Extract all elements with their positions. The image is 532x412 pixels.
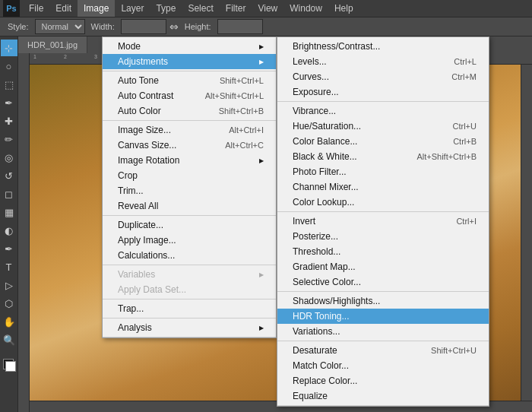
width-input[interactable] xyxy=(121,19,166,34)
adj-color-balance[interactable]: Color Balance... Ctrl+B xyxy=(277,134,489,149)
main-area: ⊹ ○ ⬚ ✒ ✚ ✏ ◎ ↺ ◻ ▦ ◐ ✒ T ▷ ⬡ ✋ 🔍 HDR_00… xyxy=(0,36,532,412)
image-menu-mode[interactable]: Mode xyxy=(103,39,276,54)
height-label: Height: xyxy=(182,22,214,31)
menu-filter[interactable]: Filter xyxy=(220,0,252,17)
adjustments-menu: Brightness/Contrast... Levels... Ctrl+L … xyxy=(277,36,489,407)
menu-edit[interactable]: Edit xyxy=(49,0,78,17)
tool-heal[interactable]: ✚ xyxy=(1,113,17,129)
adj-menu-section-4: Shadows/Highlights... HDR Toning... Vari… xyxy=(277,292,489,341)
tool-zoom[interactable]: 🔍 xyxy=(1,331,17,348)
adj-hue-saturation[interactable]: Hue/Saturation... Ctrl+U xyxy=(277,119,489,134)
tool-text[interactable]: T xyxy=(1,258,17,275)
adj-variations[interactable]: Variations... xyxy=(277,324,489,339)
image-menu-auto-color[interactable]: Auto Color Shift+Ctrl+B xyxy=(103,103,276,119)
adj-black-white[interactable]: Black & White... Alt+Shift+Ctrl+B xyxy=(277,149,489,164)
height-input[interactable] xyxy=(217,19,263,34)
menu-bar: Ps File Edit Image Layer Type Select Fil… xyxy=(0,0,532,17)
tool-path[interactable]: ▷ xyxy=(1,277,17,293)
adj-selective-color[interactable]: Selective Color... xyxy=(277,274,489,290)
image-menu-trap[interactable]: Trap... xyxy=(103,301,276,316)
image-menu-apply-image[interactable]: Apply Image... xyxy=(103,233,276,248)
image-menu-reveal-all[interactable]: Reveal All xyxy=(103,198,276,214)
adj-photo-filter[interactable]: Photo Filter... xyxy=(277,164,489,179)
adj-curves[interactable]: Curves... Ctrl+M xyxy=(277,69,489,84)
adj-desaturate[interactable]: Desaturate Shift+Ctrl+U xyxy=(277,343,489,358)
style-select[interactable]: Normal xyxy=(35,19,85,34)
width-label: Width: xyxy=(88,22,118,31)
image-menu-section-1: Mode Adjustments xyxy=(103,37,276,71)
adj-channel-mixer[interactable]: Channel Mixer... xyxy=(277,179,489,195)
image-menu-duplicate[interactable]: Duplicate... xyxy=(103,217,276,233)
arrow-icon: ⇔ xyxy=(169,21,179,33)
image-menu-section-3: Image Size... Alt+Ctrl+I Canvas Size... … xyxy=(103,121,276,216)
image-menu-auto-tone[interactable]: Auto Tone Shift+Ctrl+L xyxy=(103,73,276,88)
adj-menu-section-3: Invert Ctrl+I Posterize... Threshold... … xyxy=(277,212,489,292)
menu-layer[interactable]: Layer xyxy=(115,0,150,17)
options-bar: Style: Normal Width: ⇔ Height: xyxy=(0,17,532,36)
adj-match-color[interactable]: Match Color... xyxy=(277,358,489,373)
image-menu-section-6: Trap... xyxy=(103,299,276,319)
menu-type[interactable]: Type xyxy=(150,0,182,17)
menu-file[interactable]: File xyxy=(23,0,49,17)
image-menu-auto-contrast[interactable]: Auto Contrast Alt+Shift+Ctrl+L xyxy=(103,88,276,103)
tool-lasso[interactable]: ○ xyxy=(1,58,17,74)
menu-help[interactable]: Help xyxy=(328,0,359,17)
tool-shape[interactable]: ⬡ xyxy=(1,295,17,312)
tool-crop[interactable]: ⬚ xyxy=(1,76,17,93)
adj-invert[interactable]: Invert Ctrl+I xyxy=(277,214,489,229)
tool-eraser[interactable]: ◻ xyxy=(1,185,17,202)
ruler-vertical xyxy=(18,53,30,412)
tool-select[interactable]: ⊹ xyxy=(1,40,17,56)
adj-hdr-toning[interactable]: HDR Toning... xyxy=(277,309,489,324)
tool-dodge[interactable]: ◐ xyxy=(1,222,17,239)
adj-posterize[interactable]: Posterize... xyxy=(277,229,489,244)
image-menu-apply-dataset: Apply Data Set... xyxy=(103,282,276,297)
file-tab[interactable]: HDR_001.jpg xyxy=(18,36,87,53)
image-menu-canvas-size[interactable]: Canvas Size... Alt+Ctrl+C xyxy=(103,138,276,153)
adj-levels[interactable]: Levels... Ctrl+L xyxy=(277,54,489,69)
adj-exposure[interactable]: Exposure... xyxy=(277,84,489,100)
image-menu-adjustments[interactable]: Adjustments xyxy=(103,54,276,69)
image-menu-analysis[interactable]: Analysis xyxy=(103,320,276,335)
menu-window[interactable]: Window xyxy=(283,0,328,17)
image-menu-section-7: Analysis xyxy=(103,319,276,338)
adj-threshold[interactable]: Threshold... xyxy=(277,244,489,259)
tool-pen[interactable]: ✒ xyxy=(1,240,17,257)
adj-menu-section-1: Brightness/Contrast... Levels... Ctrl+L … xyxy=(277,37,489,102)
menu-view[interactable]: View xyxy=(252,0,283,17)
tool-hand[interactable]: ✋ xyxy=(1,313,17,330)
foreground-color[interactable] xyxy=(2,357,17,372)
tool-eyedrop[interactable]: ✒ xyxy=(1,94,17,111)
image-menu: Mode Adjustments Auto Tone Shift+Ctrl+L … xyxy=(102,36,277,338)
style-label: Style: xyxy=(5,22,32,31)
adj-menu-section-2: Vibrance... Hue/Saturation... Ctrl+U Col… xyxy=(277,102,489,212)
image-menu-crop[interactable]: Crop xyxy=(103,168,276,183)
menu-image[interactable]: Image xyxy=(78,0,115,17)
tool-stamp[interactable]: ◎ xyxy=(1,149,17,166)
adj-equalize[interactable]: Equalize xyxy=(277,388,489,404)
canvas-area: HDR_001.jpg 1 2 3 4 5 6 7 8 9 xyxy=(18,36,532,412)
image-menu-section-5: Variables Apply Data Set... xyxy=(103,265,276,299)
menu-select[interactable]: Select xyxy=(182,0,219,17)
left-toolbar: ⊹ ○ ⬚ ✒ ✚ ✏ ◎ ↺ ◻ ▦ ◐ ✒ T ▷ ⬡ ✋ 🔍 xyxy=(0,36,18,412)
adj-shadows-highlights[interactable]: Shadows/Highlights... xyxy=(277,293,489,309)
image-menu-section-4: Duplicate... Apply Image... Calculations… xyxy=(103,216,276,265)
adj-gradient-map[interactable]: Gradient Map... xyxy=(277,259,489,274)
image-menu-image-size[interactable]: Image Size... Alt+Ctrl+I xyxy=(103,122,276,138)
image-menu-trim[interactable]: Trim... xyxy=(103,183,276,198)
adj-menu-section-5: Desaturate Shift+Ctrl+U Match Color... R… xyxy=(277,341,489,406)
adj-replace-color[interactable]: Replace Color... xyxy=(277,373,489,388)
tool-gradient[interactable]: ▦ xyxy=(1,204,17,220)
tool-history[interactable]: ↺ xyxy=(1,167,17,184)
image-menu-calculations[interactable]: Calculations... xyxy=(103,248,276,263)
image-menu-section-2: Auto Tone Shift+Ctrl+L Auto Contrast Alt… xyxy=(103,71,276,121)
tool-brush[interactable]: ✏ xyxy=(1,131,17,147)
adj-brightness-contrast[interactable]: Brightness/Contrast... xyxy=(277,39,489,54)
image-menu-variables: Variables xyxy=(103,267,276,282)
image-menu-image-rotation[interactable]: Image Rotation xyxy=(103,153,276,168)
adj-color-lookup[interactable]: Color Lookup... xyxy=(277,195,489,210)
scroll-vertical[interactable] xyxy=(521,65,532,401)
ps-logo: Ps xyxy=(3,0,20,17)
adj-vibrance[interactable]: Vibrance... xyxy=(277,103,489,119)
